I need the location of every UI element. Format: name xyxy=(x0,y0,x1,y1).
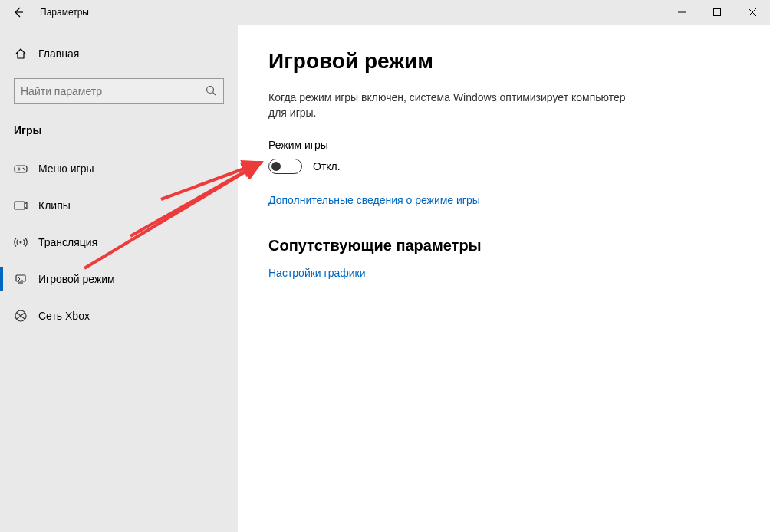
sidebar-section-heading: Игры xyxy=(0,118,238,150)
sidebar-item-game-mode[interactable]: Игровой режим xyxy=(0,261,238,297)
sidebar-item-game-bar[interactable]: Меню игры xyxy=(0,150,238,187)
search-input[interactable] xyxy=(21,85,205,97)
game-mode-toggle[interactable] xyxy=(268,159,302,174)
window-title: Параметры xyxy=(40,7,89,18)
back-button[interactable] xyxy=(11,5,26,20)
svg-point-13 xyxy=(20,241,22,244)
titlebar: Параметры xyxy=(0,0,770,25)
svg-line-6 xyxy=(213,92,216,95)
search-box[interactable] xyxy=(14,78,224,104)
sidebar-item-label: Меню игры xyxy=(38,163,94,175)
sidebar-item-label: Сеть Xbox xyxy=(38,310,90,322)
svg-rect-12 xyxy=(15,202,25,209)
sidebar-item-xbox-networking[interactable]: Сеть Xbox xyxy=(0,297,238,334)
sidebar-item-label: Игровой режим xyxy=(38,273,115,285)
svg-rect-14 xyxy=(16,275,25,281)
sidebar-item-label: Трансляция xyxy=(38,236,97,248)
sidebar-item-broadcasting[interactable]: Трансляция xyxy=(0,224,238,261)
toggle-state-text: Откл. xyxy=(313,160,341,172)
svg-point-5 xyxy=(207,86,214,93)
minimize-button[interactable] xyxy=(664,0,699,25)
home-icon xyxy=(14,48,28,60)
svg-rect-2 xyxy=(714,9,721,16)
window-controls xyxy=(664,0,770,25)
page-description: Когда режим игры включен, система Window… xyxy=(268,90,637,120)
broadcasting-icon xyxy=(14,236,28,248)
maximize-button[interactable] xyxy=(699,0,735,25)
game-bar-icon xyxy=(14,163,28,174)
svg-point-11 xyxy=(24,169,25,171)
game-mode-icon xyxy=(14,273,28,285)
svg-point-10 xyxy=(23,168,25,169)
sidebar: Главная Игры Меню игры Клипы xyxy=(0,25,238,532)
sidebar-item-label: Клипы xyxy=(38,199,71,212)
graphics-settings-link[interactable]: Настройки графики xyxy=(268,267,366,279)
toggle-knob xyxy=(271,162,281,171)
page-title: Игровой режим xyxy=(268,49,739,74)
toggle-label: Режим игры xyxy=(268,139,739,151)
captures-icon xyxy=(14,200,28,211)
search-icon xyxy=(205,84,217,99)
learn-more-link[interactable]: Дополнительные сведения о режиме игры xyxy=(268,194,480,206)
xbox-networking-icon xyxy=(14,309,28,323)
sidebar-item-label: Главная xyxy=(38,48,79,60)
sidebar-item-captures[interactable]: Клипы xyxy=(0,187,238,224)
sidebar-item-home[interactable]: Главная xyxy=(0,38,238,69)
content-area: Игровой режим Когда режим игры включен, … xyxy=(238,25,770,532)
close-button[interactable] xyxy=(735,0,770,25)
related-heading: Сопутствующие параметры xyxy=(268,237,739,255)
